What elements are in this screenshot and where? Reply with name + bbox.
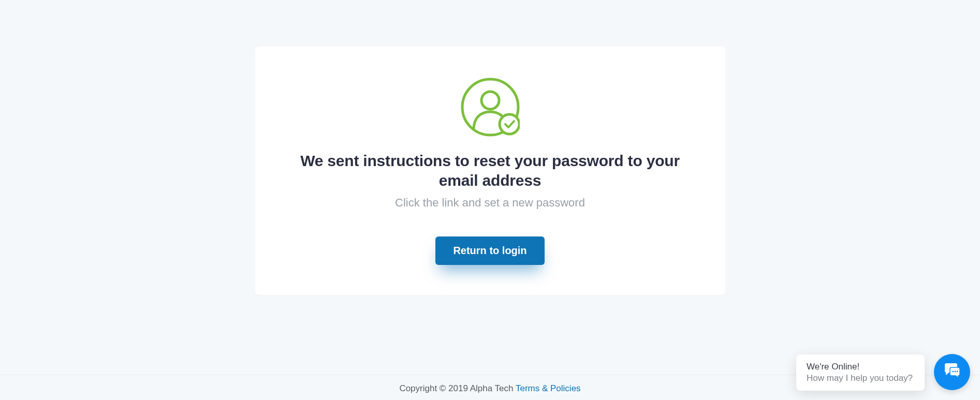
chat-launcher-button[interactable] bbox=[934, 354, 970, 390]
chat-popup-subtitle: How may I help you today? bbox=[807, 373, 914, 383]
footer-copyright: Copyright © 2019 Alpha Tech bbox=[399, 383, 516, 393]
chat-icon bbox=[943, 362, 961, 382]
chat-popup-title: We're Online! bbox=[807, 362, 914, 372]
user-check-icon bbox=[286, 78, 694, 137]
main-container: We sent instructions to reset your passw… bbox=[0, 0, 980, 295]
svg-point-1 bbox=[481, 92, 499, 109]
terms-policies-link[interactable]: Terms & Policies bbox=[516, 383, 581, 393]
svg-point-2 bbox=[500, 114, 519, 134]
return-to-login-button[interactable]: Return to login bbox=[435, 236, 544, 265]
chat-popup[interactable]: We're Online! How may I help you today? bbox=[796, 354, 925, 391]
confirmation-card: We sent instructions to reset your passw… bbox=[255, 47, 725, 295]
confirmation-heading: We sent instructions to reset your passw… bbox=[286, 151, 694, 190]
confirmation-subtext: Click the link and set a new password bbox=[286, 196, 694, 210]
svg-point-4 bbox=[955, 371, 956, 373]
svg-point-3 bbox=[953, 371, 954, 373]
svg-point-5 bbox=[957, 371, 958, 373]
